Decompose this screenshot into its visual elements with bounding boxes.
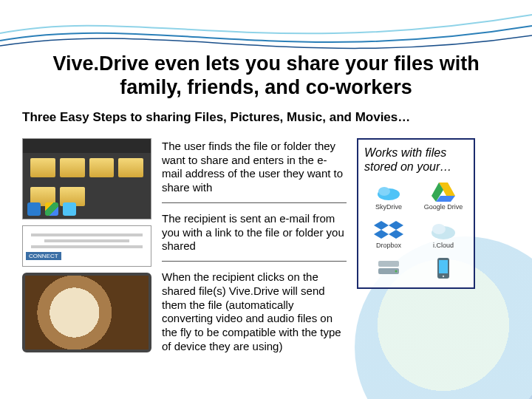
- thumbnail-tablet-video: [22, 273, 151, 352]
- service-skydrive: SkyDrive: [374, 180, 403, 211]
- gdrive-mini-icon: [45, 202, 58, 216]
- divider: [162, 261, 347, 262]
- page-subtitle: Three Easy Steps to sharing Files, Pictu…: [22, 110, 510, 125]
- service-dropbox: Dropbox: [374, 218, 403, 249]
- folder-icon: [60, 158, 85, 177]
- service-label: i.Cloud: [433, 242, 454, 249]
- folder-icon: [30, 158, 55, 177]
- step-2-text: The recipient is sent an e-mail from you…: [162, 211, 347, 259]
- svg-rect-11: [378, 261, 399, 267]
- svg-point-13: [395, 270, 398, 273]
- sidebar-title: Works with files stored on your…: [364, 146, 468, 174]
- steps-column: The user finds the file or folder they w…: [162, 138, 347, 360]
- svg-marker-5: [374, 221, 389, 230]
- step-3-text: When the recipient clicks on the shared …: [162, 269, 347, 360]
- page-title: Vive.Drive even lets you share your file…: [22, 52, 510, 100]
- dropbox-icon: [374, 218, 403, 242]
- works-with-sidebar: Works with files stored on your… SkyDriv…: [357, 138, 475, 289]
- icloud-icon: [429, 218, 458, 242]
- svg-marker-8: [389, 230, 403, 239]
- gdrive-icon: [429, 180, 458, 203]
- divider: [162, 202, 347, 203]
- service-gdrive: Google Drive: [424, 180, 463, 211]
- tablet-screen: [25, 276, 149, 349]
- svg-point-16: [443, 276, 444, 277]
- skydrive-mini-icon: [63, 202, 76, 216]
- folder-icon: [118, 158, 143, 177]
- thumbnail-email: CONNECT: [22, 225, 151, 267]
- thumbnail-file-browser: [22, 138, 151, 219]
- svg-rect-15: [439, 260, 448, 273]
- connect-badge: CONNECT: [26, 252, 61, 260]
- step-1-text: The user finds the file or folder they w…: [162, 138, 347, 201]
- device-icon: [429, 256, 458, 280]
- service-label: Google Drive: [424, 203, 463, 211]
- service-label: Dropbox: [376, 242, 401, 249]
- service-harddrive: [374, 256, 403, 280]
- skydrive-icon: [374, 180, 403, 203]
- folder-icon: [89, 158, 115, 177]
- service-icloud: i.Cloud: [429, 218, 458, 249]
- svg-marker-7: [374, 230, 389, 239]
- svg-marker-6: [389, 221, 403, 230]
- dropbox-mini-icon: [27, 202, 41, 216]
- svg-point-10: [432, 224, 446, 234]
- thumbnails-column: CONNECT: [22, 138, 151, 360]
- service-device: [429, 256, 458, 280]
- service-label: SkyDrive: [375, 203, 402, 211]
- svg-point-1: [378, 187, 390, 196]
- harddrive-icon: [374, 256, 403, 280]
